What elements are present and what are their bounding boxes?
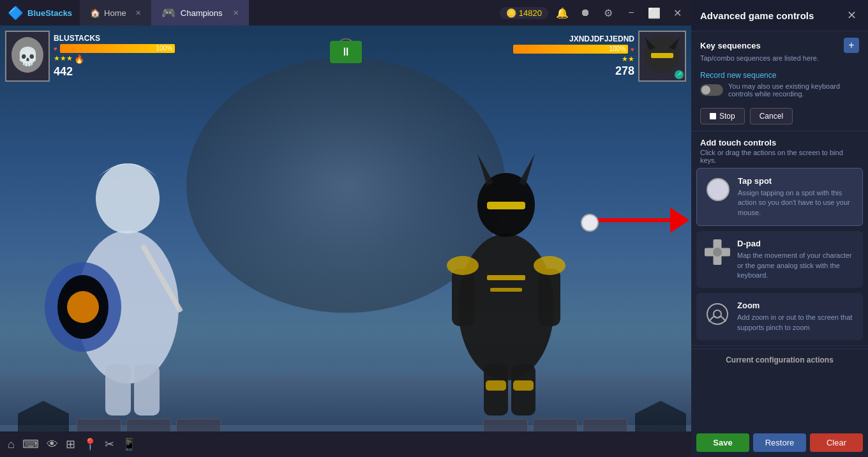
- enemy-character: [417, 128, 595, 422]
- game-icon: 🎮: [161, 6, 176, 20]
- home-label: Home: [104, 8, 126, 18]
- key-sequences-section: Key sequences + Tap/combo sequences are …: [691, 31, 868, 131]
- game-area: 💀 BLUSTACKS ♥ 100% ★★★ 🔥 442: [0, 26, 691, 457]
- cancel-label: Cancel: [760, 112, 783, 121]
- record-icon[interactable]: ⏺: [576, 4, 594, 22]
- svg-point-4: [67, 291, 99, 323]
- svg-point-15: [447, 256, 479, 275]
- enemy-level: 278: [615, 64, 634, 78]
- save-button[interactable]: Save: [696, 433, 749, 452]
- enemy-stars: ★★: [622, 55, 634, 63]
- close-button[interactable]: ✕: [668, 4, 686, 22]
- key-sequences-title: Key sequences: [700, 41, 761, 50]
- taskbar-home-icon[interactable]: ⌂: [8, 438, 15, 451]
- dpad-card-desc: Map the movement of your character or th…: [737, 251, 855, 280]
- svg-rect-19: [486, 380, 506, 391]
- home-tab-close[interactable]: ✕: [135, 9, 141, 17]
- taskbar-keyboard-icon[interactable]: ⌨: [22, 437, 39, 451]
- taskbar-mobile-icon[interactable]: 📱: [122, 437, 136, 451]
- coin-amount: 14820: [519, 8, 542, 18]
- svg-rect-12: [487, 202, 525, 209]
- notification-icon[interactable]: 🔔: [553, 4, 571, 22]
- pause-button[interactable]: ⏸: [330, 41, 362, 63]
- touch-controls-title: Add touch controls: [700, 138, 859, 147]
- touch-controls-section: Add touch controls Click or drag the act…: [691, 131, 868, 168]
- svg-rect-9: [487, 275, 525, 280]
- svg-rect-10: [490, 288, 522, 292]
- tap-spot-circle-icon: [707, 178, 730, 201]
- home-icon: 🏠: [90, 8, 100, 18]
- recording-toggle[interactable]: [700, 84, 723, 96]
- player-level: 442: [54, 65, 175, 79]
- enemy-health-icon: ♥: [631, 46, 634, 53]
- svg-point-25: [707, 304, 728, 324]
- zoom-card-icon: [704, 301, 731, 327]
- player-character: [32, 116, 223, 422]
- enemy-level-icon: 🧪: [675, 70, 684, 79]
- touch-controls-subtitle: Click or drag the actions on the screen …: [700, 149, 859, 164]
- svg-rect-24: [651, 53, 673, 58]
- record-area: Record new sequence You may also use exi…: [691, 67, 868, 104]
- tap-spot-card[interactable]: Tap spot Assign tapping on a spot with t…: [696, 168, 863, 226]
- taskbar-tools-icon[interactable]: ✂: [105, 437, 114, 451]
- sequence-buttons: Stop Cancel: [691, 104, 868, 131]
- player-name: BLUSTACKS: [54, 34, 175, 43]
- bottom-action-buttons: Save Restore Clear: [691, 428, 868, 457]
- maximize-button[interactable]: ⬜: [645, 4, 663, 22]
- player-hud: 💀 BLUSTACKS ♥ 100% ★★★ 🔥 442: [5, 31, 175, 82]
- player-health-text: 100%: [156, 44, 172, 53]
- taskbar: ⌂ ⌨ 👁 ⊞ 📍 ✂ 📱: [0, 431, 691, 457]
- player-stars: ★★★ 🔥: [54, 54, 175, 64]
- dpad-card-text: D-pad Map the movement of your character…: [737, 239, 855, 280]
- tap-spot-card-desc: Assign tapping on a spot with this actio…: [738, 188, 855, 218]
- restore-button[interactable]: Restore: [753, 433, 806, 452]
- enemy-name: JXNDJDFJJEDND: [569, 34, 634, 43]
- game-tab[interactable]: 🎮 Champions ✕: [151, 0, 249, 26]
- title-bar: 🔷 BlueStacks 🏠 Home ✕ 🎮 Champions ✕ 🪙 14…: [0, 0, 691, 26]
- tap-spot-card-text: Tap spot Assign tapping on a spot with t…: [738, 176, 855, 218]
- pause-icon: ⏸: [340, 45, 352, 59]
- config-actions-section: Current configuration actions: [691, 348, 868, 373]
- zoom-card[interactable]: Zoom Add zoom in or out to the screen th…: [696, 293, 863, 340]
- svg-point-16: [534, 256, 565, 275]
- title-bar-right: 🪙 14820 🔔 ⏺ ⚙ − ⬜ ✕: [500, 4, 691, 22]
- record-link[interactable]: Record new sequence: [700, 71, 859, 80]
- dpad-card[interactable]: D-pad Map the movement of your character…: [696, 231, 863, 288]
- minimize-button[interactable]: −: [622, 4, 640, 22]
- game-tab-label: Champions: [181, 8, 223, 18]
- svg-text:💀: 💀: [17, 46, 39, 67]
- home-tab[interactable]: 🏠 Home ✕: [80, 0, 151, 26]
- zoom-svg-icon: [705, 301, 730, 327]
- config-actions-title: Current configuration actions: [700, 356, 859, 364]
- settings-icon[interactable]: ⚙: [599, 4, 617, 22]
- enemy-hud: 🧪 JXNDJDFJJEDND 100% ♥ ★★ 278: [513, 31, 686, 82]
- zoom-card-desc: Add zoom in or out to the screen that su…: [737, 313, 855, 333]
- game-tab-close[interactable]: ✕: [233, 9, 239, 17]
- bluestacks-icon: 🔷: [8, 5, 24, 20]
- stop-button[interactable]: Stop: [700, 108, 745, 124]
- dpad-card-title: D-pad: [737, 239, 855, 248]
- stop-icon: [710, 113, 716, 119]
- panel-header: Advanced game controls ✕: [691, 0, 868, 31]
- center-controls: ⏸ ⏱: [336, 36, 355, 57]
- coin-icon: 🪙: [506, 8, 516, 18]
- enemy-character-svg: [417, 128, 595, 422]
- taskbar-eye-icon[interactable]: 👁: [47, 438, 58, 451]
- bluestacks-logo: 🔷 BlueStacks: [0, 5, 80, 20]
- player-health-bar: 100%: [60, 44, 175, 53]
- app-name: BlueStacks: [27, 8, 72, 18]
- add-sequence-button[interactable]: +: [844, 38, 859, 53]
- clear-button[interactable]: Clear: [810, 433, 863, 452]
- tap-spot-card-title: Tap spot: [738, 176, 855, 186]
- hud: 💀 BLUSTACKS ♥ 100% ★★★ 🔥 442: [5, 31, 686, 82]
- dpad-card-icon: [704, 239, 731, 266]
- dpad-icon: [705, 239, 730, 265]
- red-arrow-indicator: [587, 207, 689, 233]
- panel-close-button[interactable]: ✕: [844, 8, 859, 23]
- enemy-health-bar: 100%: [513, 45, 628, 54]
- zoom-card-text: Zoom Add zoom in or out to the screen th…: [737, 301, 855, 333]
- taskbar-location-icon[interactable]: 📍: [83, 437, 97, 451]
- taskbar-screen-icon[interactable]: ⊞: [66, 437, 75, 451]
- cancel-button[interactable]: Cancel: [750, 108, 793, 124]
- tap-spot-card-icon: [705, 176, 731, 203]
